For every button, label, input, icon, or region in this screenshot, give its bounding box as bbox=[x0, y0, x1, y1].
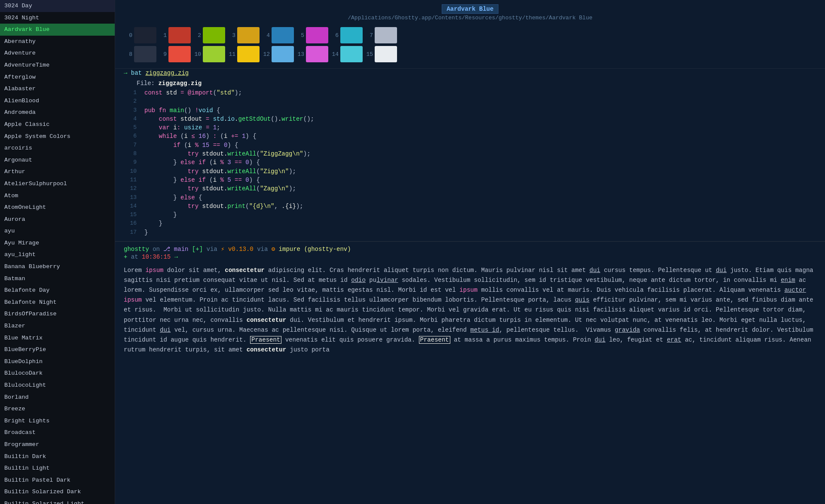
swatch-label: 2 bbox=[192, 32, 201, 39]
sidebar-item-ayu_light[interactable]: ayu_light bbox=[0, 249, 115, 261]
sidebar-item-aurora[interactable]: Aurora bbox=[0, 214, 115, 226]
sidebar-item-abernathy[interactable]: Abernathy bbox=[0, 36, 115, 48]
swatch-color bbox=[306, 27, 328, 43]
sidebar-item-breeze[interactable]: Breeze bbox=[0, 403, 115, 415]
lorem-underline-2: dui bbox=[716, 267, 727, 274]
swatch-label: 7 bbox=[364, 32, 373, 39]
code-content: } bbox=[144, 211, 816, 219]
sidebar-item-bluedolphin[interactable]: BlueDolphin bbox=[0, 356, 115, 368]
shell-user: ghostty bbox=[124, 246, 149, 253]
lorem-text: Lorem ipsum dolor sit amet, consectetur … bbox=[115, 261, 825, 363]
sidebar-item-broadcast[interactable]: Broadcast bbox=[0, 427, 115, 439]
swatch-label: 3 bbox=[227, 32, 235, 39]
lorem-underline-4: enim bbox=[781, 277, 795, 284]
sidebar-item-blue-matrix[interactable]: Blue Matrix bbox=[0, 332, 115, 344]
swatch-label: 5 bbox=[296, 32, 304, 39]
sidebar-item-afterglow[interactable]: Afterglow bbox=[0, 71, 115, 83]
code-line: 1 const std = @import("std"); bbox=[115, 89, 825, 97]
sidebar-item-3024-day[interactable]: 3024 Day bbox=[0, 0, 115, 12]
swatch-label: 12 bbox=[261, 51, 270, 58]
sidebar-item-bright-lights[interactable]: Bright Lights bbox=[0, 415, 115, 427]
sidebar-item-blulocolight[interactable]: BlulocoLight bbox=[0, 379, 115, 391]
shell-plus: [+] bbox=[192, 246, 203, 253]
theme-header: Aardvark Blue /Applications/Ghostty.app/… bbox=[115, 0, 825, 23]
sidebar-item-blazer[interactable]: Blazer bbox=[0, 320, 115, 332]
swatch-label: 15 bbox=[364, 51, 373, 58]
sidebar-item-alienblood[interactable]: AlienBlood bbox=[0, 95, 115, 107]
code-content: try stdout.writeAll("Zigg\n"); bbox=[144, 167, 816, 176]
terminal-area[interactable]: → bat ziggzagg.zig File: ziggzagg.zig 1 … bbox=[115, 69, 825, 504]
swatch-item: 9 bbox=[158, 46, 191, 62]
sidebar-item-brogrammer[interactable]: Brogrammer bbox=[0, 439, 115, 451]
code-line: 2 bbox=[115, 97, 825, 106]
sidebar-item-atomonelight[interactable]: AtomOneLight bbox=[0, 202, 115, 214]
prompt-arg: ziggzagg.zig bbox=[145, 70, 189, 76]
sidebar-item-3024-night[interactable]: 3024 Night bbox=[0, 12, 115, 24]
file-name: ziggzagg.zig bbox=[158, 80, 202, 87]
sidebar-item-argonaut[interactable]: Argonaut bbox=[0, 154, 115, 166]
sidebar-item-atom[interactable]: Atom bbox=[0, 190, 115, 202]
swatch-item: 13 bbox=[296, 46, 328, 62]
sidebar-item-ayu-mirage[interactable]: Ayu Mirage bbox=[0, 237, 115, 249]
sidebar-item-ayu[interactable]: ayu bbox=[0, 225, 115, 237]
sidebar-item-builtin-light[interactable]: Builtin Light bbox=[0, 462, 115, 474]
code-line: 12 try stdout.writeAll("Zagg\n"); bbox=[115, 184, 825, 193]
shell-time: 10:36:15 bbox=[142, 254, 171, 260]
swatch-color bbox=[168, 27, 191, 43]
shell-via: via bbox=[206, 246, 221, 253]
swatch-item: 8 bbox=[124, 46, 156, 62]
sidebar-item-alabaster[interactable]: Alabaster bbox=[0, 83, 115, 95]
sidebar-item-belafonte-night[interactable]: Belafonte Night bbox=[0, 296, 115, 309]
sidebar-item-arthur[interactable]: Arthur bbox=[0, 166, 115, 178]
sidebar-item-aardvark-blue[interactable]: Aardvark Blue bbox=[0, 24, 115, 36]
sidebar-item-banana-blueberry[interactable]: Banana Blueberry bbox=[0, 261, 115, 273]
line-number: 12 bbox=[124, 184, 137, 193]
swatch-item: 0 bbox=[124, 27, 156, 43]
code-content: try stdout.print("{d}\n", .{i}); bbox=[144, 202, 816, 211]
shell-line-2: + at 10:36:15 → bbox=[124, 254, 816, 260]
lorem-ipsum-3: ipsum bbox=[124, 296, 142, 303]
sidebar-item-birdsofparadise[interactable]: BirdsOfParadise bbox=[0, 308, 115, 320]
sidebar-item-ateliersulphurpool[interactable]: AtelierSulphurpool bbox=[0, 178, 115, 190]
sidebar-item-blueberrypie[interactable]: BlueBerryPie bbox=[0, 344, 115, 356]
code-content: } else if (i % 5 == 0) { bbox=[144, 176, 816, 184]
swatch-row-1: 01234567 bbox=[124, 27, 816, 43]
lorem-box-1: Praesent bbox=[250, 336, 281, 344]
sidebar-item-batman[interactable]: Batman bbox=[0, 273, 115, 285]
line-number: 3 bbox=[124, 106, 137, 115]
lorem-box-2: Praesent bbox=[419, 336, 450, 344]
sidebar-item-arcoiris[interactable]: arcoiris bbox=[0, 142, 115, 154]
swatch-color bbox=[375, 46, 397, 62]
sidebar-item-builtin-solarized-light[interactable]: Builtin Solarized Light bbox=[0, 498, 115, 504]
sidebar-item-andromeda[interactable]: Andromeda bbox=[0, 107, 115, 119]
code-line: 15 } bbox=[115, 211, 825, 219]
sidebar-item-builtin-pastel-dark[interactable]: Builtin Pastel Dark bbox=[0, 474, 115, 486]
sidebar-item-borland[interactable]: Borland bbox=[0, 391, 115, 403]
sidebar-item-builtin-solarized-dark[interactable]: Builtin Solarized Dark bbox=[0, 486, 115, 498]
code-content: try stdout.writeAll("ZiggZagg\n"); bbox=[144, 150, 816, 158]
sidebar-item-builtin-dark[interactable]: Builtin Dark bbox=[0, 451, 115, 463]
shell-via2: via bbox=[257, 246, 272, 253]
sidebar-item-blulocodark[interactable]: BlulocoDark bbox=[0, 367, 115, 379]
swatch-item: 6 bbox=[330, 27, 363, 43]
sidebar-item-adventuretime[interactable]: AdventureTime bbox=[0, 59, 115, 71]
lorem-ipsum-2: ipsum bbox=[459, 287, 477, 293]
code-line: 13 } else { bbox=[115, 193, 825, 202]
lorem-bold-2: consectetur bbox=[247, 317, 286, 324]
sidebar-item-apple-system-colors[interactable]: Apple System Colors bbox=[0, 131, 115, 143]
swatch-label: 4 bbox=[261, 32, 270, 39]
sidebar-item-belafonte-day[interactable]: Belafonte Day bbox=[0, 284, 115, 296]
sidebar-item-apple-classic[interactable]: Apple Classic bbox=[0, 119, 115, 131]
swatch-label: 13 bbox=[296, 51, 304, 58]
swatch-item: 12 bbox=[261, 46, 294, 62]
swatch-label: 0 bbox=[124, 32, 132, 39]
lorem-underline-5: auctor bbox=[784, 287, 806, 293]
lorem-underline-11: erat bbox=[667, 336, 681, 343]
line-number: 13 bbox=[124, 193, 137, 202]
code-content: } else if (i % 3 == 0) { bbox=[144, 158, 816, 167]
code-content: if (i % 15 == 0) { bbox=[144, 141, 816, 150]
sidebar-item-adventure[interactable]: Adventure bbox=[0, 47, 115, 59]
line-number: 14 bbox=[124, 202, 137, 211]
theme-sidebar: 3024 Day3024 NightAardvark BlueAbernathy… bbox=[0, 0, 115, 504]
code-line: 7 if (i % 15 == 0) { bbox=[115, 141, 825, 150]
